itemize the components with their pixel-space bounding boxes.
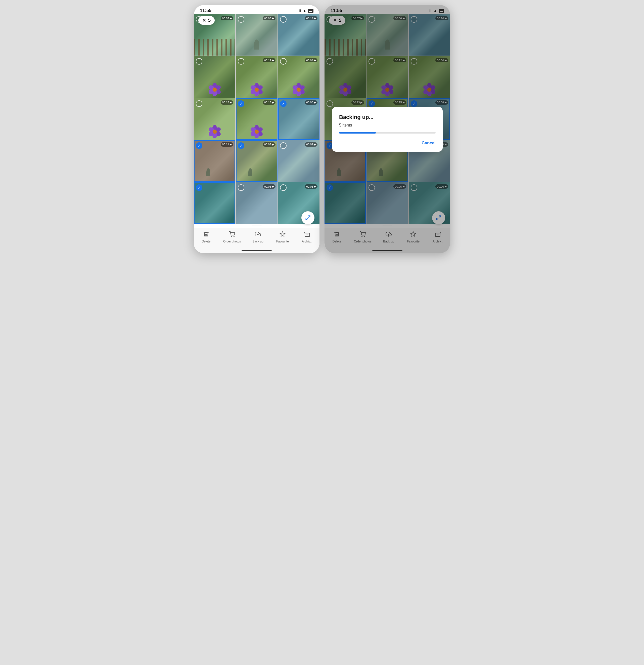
cancel-button[interactable]: Cancel [422, 139, 436, 147]
grid-item[interactable]: 00:05 ▶ [236, 182, 277, 224]
play-icon: ▶ [272, 17, 274, 20]
video-badge: 00:12 ▶ [263, 58, 275, 62]
toolbar-item-4[interactable]: Archiv... [300, 231, 315, 243]
play-icon: ▶ [230, 101, 232, 104]
toolbar-icon-0 [203, 231, 209, 239]
duration-text: 00:07 [264, 143, 271, 146]
dialog-title: Backing up... [339, 114, 436, 120]
play-icon: ▶ [272, 143, 274, 146]
video-badge: 00:05 ▶ [263, 184, 275, 189]
select-circle[interactable] [238, 100, 244, 107]
home-indicator [194, 248, 319, 253]
toolbar-item-0[interactable]: Delete [199, 231, 214, 243]
backup-dialog: Backing up... 5 items Cancel [332, 107, 443, 152]
duration-text: 00:14 [306, 17, 313, 20]
grid-item[interactable]: 00:15 ▶ [236, 98, 277, 140]
phone-right: 11:55 ⠿ ▲ ▬ ✕ 5 00:07 ▶ [325, 5, 450, 253]
wifi-icon: ▲ [303, 8, 307, 13]
toolbar-item-3[interactable]: Favourite [275, 231, 290, 243]
toolbar-icon-2 [255, 231, 261, 239]
play-icon: ▶ [272, 185, 274, 188]
toolbar-label-4: Archiv... [302, 240, 312, 243]
select-circle[interactable] [280, 100, 287, 107]
toolbar-item-1[interactable]: Order photos [223, 231, 241, 243]
grid-item[interactable]: 00:09 ▶ [278, 140, 319, 182]
play-icon: ▶ [230, 143, 232, 146]
duration-text: 00:07 [222, 17, 229, 20]
select-circle[interactable] [196, 184, 202, 191]
play-icon: ▶ [230, 17, 232, 20]
video-badge: 00:13 ▶ [221, 100, 234, 104]
grid-item[interactable]: 00:08 ▶ [278, 98, 319, 140]
selection-badge[interactable]: ✕ 5 [198, 16, 215, 25]
dialog-subtitle: 5 items [339, 123, 436, 128]
video-badge: 00:06 ▶ [305, 184, 317, 189]
select-circle[interactable] [238, 58, 244, 65]
phone-left: 11:55 ⠿ ▲ ▬ ✕ 5 00:07 ▶ [194, 5, 319, 253]
video-badge: 00:07 ▶ [221, 16, 234, 20]
play-icon: ▶ [272, 59, 274, 62]
select-circle[interactable] [196, 58, 202, 65]
svg-point-20 [297, 88, 301, 92]
svg-point-34 [255, 130, 259, 134]
toolbar-item-2[interactable]: Back up [250, 231, 266, 243]
expand-button[interactable] [301, 211, 314, 224]
grid-container: 00:07 ▶ 00:06 ▶ 00:14 [194, 14, 319, 224]
dialog-actions: Cancel [339, 139, 436, 147]
toolbar-label-1: Order photos [223, 240, 241, 243]
grid-item[interactable] [194, 56, 235, 98]
toolbar-items: Delete Order photos Back up Favourite Ar… [194, 231, 319, 243]
svg-point-6 [212, 88, 217, 92]
grid-item[interactable]: 00:11 ▶ [194, 140, 235, 182]
video-badge: 00:07 ▶ [263, 142, 275, 147]
duration-text: 00:05 [264, 185, 271, 188]
toolbar-icon-1 [229, 231, 235, 239]
toolbar-icon-3 [279, 231, 286, 239]
home-bar [241, 250, 272, 251]
select-circle[interactable] [196, 142, 202, 149]
battery-icon: ▬ [308, 9, 313, 13]
progress-bar-fill [339, 132, 376, 134]
play-icon: ▶ [314, 59, 316, 62]
toolbar-label-3: Favourite [276, 240, 289, 243]
progress-bar-track [339, 132, 436, 134]
select-circle[interactable] [280, 58, 287, 65]
grid-item[interactable]: 00:06 ▶ [236, 14, 277, 56]
status-icons: ⠿ ▲ ▬ [298, 8, 313, 13]
scroll-bar [252, 226, 262, 226]
video-badge: 00:15 ▶ [263, 100, 275, 104]
duration-text: 00:06 [264, 17, 271, 20]
select-circle[interactable] [280, 142, 287, 149]
video-badge: 00:08 ▶ [305, 100, 317, 104]
play-icon: ▶ [314, 143, 316, 146]
select-circle[interactable] [280, 16, 287, 23]
grid-item[interactable]: 00:12 ▶ [236, 56, 277, 98]
play-icon: ▶ [314, 17, 316, 20]
duration-text: 00:06 [306, 185, 313, 188]
select-circle[interactable] [238, 142, 244, 149]
svg-rect-41 [305, 232, 310, 233]
duration-text: 00:08 [306, 101, 313, 104]
select-circle[interactable] [238, 16, 244, 23]
grid-item[interactable] [194, 182, 235, 224]
toolbar-label-0: Delete [202, 240, 211, 243]
grid-item[interactable]: 00:04 ▶ [278, 56, 319, 98]
scroll-indicator [194, 224, 319, 228]
svg-point-13 [255, 88, 259, 92]
toolbar-label-2: Back up [252, 240, 263, 243]
play-icon: ▶ [314, 101, 316, 104]
signal-icon: ⠿ [298, 8, 301, 13]
grid-item[interactable]: 00:14 ▶ [278, 14, 319, 56]
status-bar: 11:55 ⠿ ▲ ▬ [194, 5, 319, 15]
svg-marker-40 [280, 232, 285, 236]
select-circle[interactable] [238, 184, 244, 191]
grid-item[interactable]: 00:13 ▶ [194, 98, 235, 140]
grid-item[interactable]: 00:07 ▶ [236, 140, 277, 182]
select-circle[interactable] [196, 100, 202, 107]
select-circle[interactable] [280, 184, 287, 191]
video-badge: 00:04 ▶ [305, 58, 317, 62]
close-selection-button[interactable]: ✕ [202, 18, 206, 23]
video-badge: 00:14 ▶ [305, 16, 317, 20]
video-badge: 00:09 ▶ [305, 142, 317, 147]
selection-count: 5 [208, 18, 211, 23]
